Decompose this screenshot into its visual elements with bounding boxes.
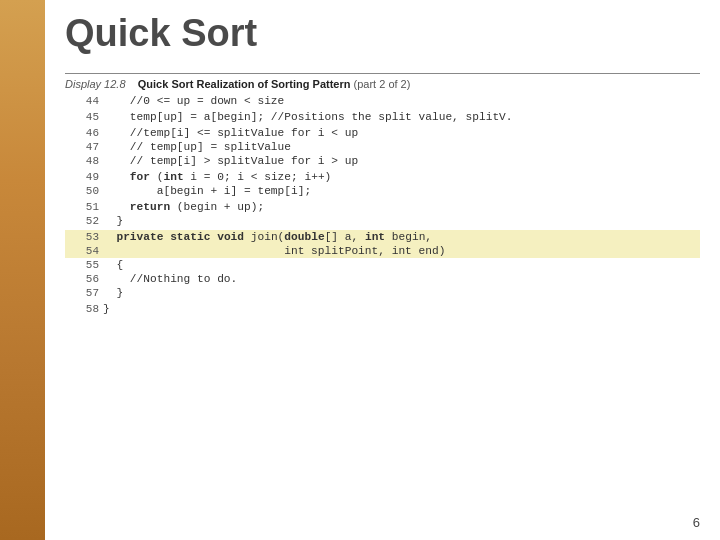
line-number: 49 xyxy=(65,170,101,184)
display-subtitle: (part 2 of 2) xyxy=(354,78,411,90)
decorative-left-bar xyxy=(0,0,45,540)
line-number: 55 xyxy=(65,258,101,272)
page-title: Quick Sort xyxy=(65,12,700,55)
code-line: private static void join(double[] a, int… xyxy=(101,230,700,244)
table-row: 49 for (int i = 0; i < size; i++) xyxy=(65,170,700,184)
display-title: Quick Sort Realization of Sorting Patter… xyxy=(138,78,351,90)
line-number: 50 xyxy=(65,184,101,198)
main-content: Quick Sort Display 12.8 Quick Sort Reali… xyxy=(45,0,720,540)
table-row: 48 // temp[i] > splitValue for i > up xyxy=(65,154,700,168)
line-number: 51 xyxy=(65,200,101,214)
code-line: //Nothing to do. xyxy=(101,272,700,286)
code-line: a[begin + i] = temp[i]; xyxy=(101,184,700,198)
code-line: return (begin + up); xyxy=(101,200,700,214)
code-line: //temp[i] <= splitValue for i < up xyxy=(101,126,700,140)
code-line: { xyxy=(101,258,700,272)
line-number: 54 xyxy=(65,244,101,258)
page-number: 6 xyxy=(693,515,700,530)
display-header: Display 12.8 Quick Sort Realization of S… xyxy=(65,73,700,90)
line-number: 46 xyxy=(65,126,101,140)
table-row: 45 temp[up] = a[begin]; //Positions the … xyxy=(65,110,700,124)
table-row: 50 a[begin + i] = temp[i]; xyxy=(65,184,700,198)
code-line: for (int i = 0; i < size; i++) xyxy=(101,170,700,184)
code-line: //0 <= up = down < size xyxy=(101,94,700,108)
line-number: 56 xyxy=(65,272,101,286)
code-line: // temp[i] > splitValue for i > up xyxy=(101,154,700,168)
line-number: 58 xyxy=(65,302,101,316)
line-number: 57 xyxy=(65,286,101,300)
line-number: 53 xyxy=(65,230,101,244)
code-line: } xyxy=(101,286,700,300)
table-row: 55 { xyxy=(65,258,700,272)
table-row: 56 //Nothing to do. xyxy=(65,272,700,286)
code-table: 44 //0 <= up = down < size45 temp[up] = … xyxy=(65,94,700,316)
table-row: 53 private static void join(double[] a, … xyxy=(65,230,700,244)
code-line: } xyxy=(101,302,700,316)
line-number: 48 xyxy=(65,154,101,168)
table-row: 44 //0 <= up = down < size xyxy=(65,94,700,108)
table-row: 57 } xyxy=(65,286,700,300)
table-row: 58} xyxy=(65,302,700,316)
table-row: 46 //temp[i] <= splitValue for i < up xyxy=(65,126,700,140)
table-row: 51 return (begin + up); xyxy=(65,200,700,214)
code-line: temp[up] = a[begin]; //Positions the spl… xyxy=(101,110,700,124)
code-line: int splitPoint, int end) xyxy=(101,244,700,258)
code-line: } xyxy=(101,214,700,228)
code-line: // temp[up] = splitValue xyxy=(101,140,700,154)
table-row: 52 } xyxy=(65,214,700,228)
table-row: 54 int splitPoint, int end) xyxy=(65,244,700,258)
line-number: 45 xyxy=(65,110,101,124)
line-number: 47 xyxy=(65,140,101,154)
line-number: 52 xyxy=(65,214,101,228)
display-label: Display 12.8 xyxy=(65,78,126,90)
table-row: 47 // temp[up] = splitValue xyxy=(65,140,700,154)
line-number: 44 xyxy=(65,94,101,108)
